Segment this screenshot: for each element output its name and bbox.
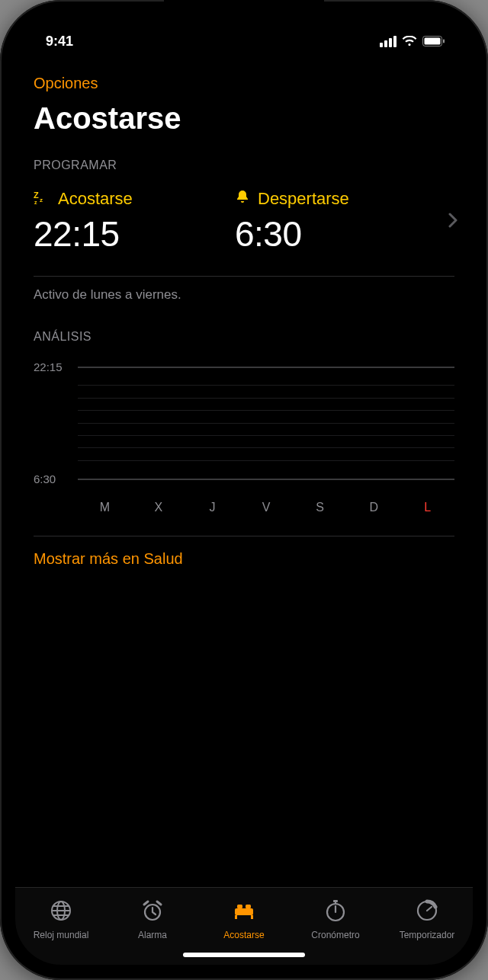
chart-bottom-line <box>78 479 454 480</box>
timer-icon <box>415 898 439 925</box>
bedtime-value: 22:15 <box>34 213 235 255</box>
svg-rect-13 <box>235 915 237 919</box>
chart-top-label: 22:15 <box>34 360 78 373</box>
schedule-note: Activo de lunes a viernes. <box>34 287 454 303</box>
tab-label: Alarma <box>138 930 167 940</box>
status-time: 9:41 <box>46 34 73 50</box>
notch <box>164 0 324 26</box>
tab-label: Temporizador <box>400 930 455 940</box>
svg-text:z: z <box>34 200 37 204</box>
bed-icon <box>232 898 256 925</box>
chart-bottom-row: 6:30 <box>34 472 454 485</box>
tab-timer[interactable]: Temporizador <box>381 888 473 951</box>
tab-stopwatch[interactable]: Cronómetro <box>290 888 381 951</box>
chart-bottom-label: 6:30 <box>34 472 78 485</box>
status-icons <box>380 36 445 47</box>
battery-icon <box>422 36 445 46</box>
bedtime-label-row: Zzz Acostarse <box>34 189 235 209</box>
alarm-clock-icon <box>140 898 165 925</box>
chart-gridlines <box>78 373 454 472</box>
page-title: Acostarse <box>34 101 454 136</box>
tab-world-clock[interactable]: Reloj mundial <box>15 888 107 951</box>
divider <box>34 536 454 536</box>
chart-day: X <box>132 501 186 514</box>
wake-value: 6:30 <box>235 213 436 255</box>
svg-rect-2 <box>443 40 445 43</box>
svg-text:z: z <box>40 197 43 203</box>
schedule-section-header: PROGRAMAR <box>34 159 454 172</box>
analysis-chart: 22:15 6:30 M X J V <box>34 360 454 514</box>
stopwatch-icon <box>323 898 348 925</box>
cellular-signal-icon <box>380 36 396 47</box>
home-indicator[interactable] <box>183 953 305 957</box>
wifi-icon <box>402 36 417 46</box>
chart-day: J <box>185 501 239 514</box>
tab-label: Cronómetro <box>311 930 359 940</box>
wake-label-row: Despertarse <box>235 189 436 209</box>
svg-rect-14 <box>251 915 253 919</box>
screen: 9:41 Opciones Acostarse PROGRAMAR <box>15 15 473 965</box>
device-frame: 9:41 Opciones Acostarse PROGRAMAR <box>0 0 488 980</box>
chart-day: D <box>347 501 401 514</box>
svg-rect-1 <box>425 38 441 45</box>
chevron-right-icon <box>448 213 458 231</box>
globe-icon <box>49 898 73 925</box>
chart-day-today: L <box>400 501 454 514</box>
wake-label: Despertarse <box>258 189 349 209</box>
tab-alarm[interactable]: Alarma <box>107 888 198 951</box>
content-area: Opciones Acostarse PROGRAMAR Zzz Acostar… <box>15 61 473 887</box>
chart-day: S <box>293 501 347 514</box>
schedule-row[interactable]: Zzz Acostarse 22:15 Despertarse 6:30 <box>34 189 454 255</box>
chart-top-line <box>78 367 454 368</box>
chart-grid-area <box>34 373 454 472</box>
chart-day: V <box>239 501 294 514</box>
svg-rect-12 <box>246 905 251 908</box>
bedtime-zzz-icon: Zzz <box>34 189 50 209</box>
svg-rect-16 <box>333 900 338 902</box>
analysis-section-header: ANÁLISIS <box>34 330 454 344</box>
chart-top-row: 22:15 <box>34 360 454 373</box>
svg-rect-11 <box>237 905 242 908</box>
options-link[interactable]: Opciones <box>34 75 98 92</box>
bedtime-column: Zzz Acostarse 22:15 <box>34 189 235 255</box>
tab-label: Reloj mundial <box>34 930 89 940</box>
svg-text:Z: Z <box>34 191 39 200</box>
chart-day-labels: M X J V S D L <box>34 501 454 514</box>
show-more-in-health-link[interactable]: Mostrar más en Salud <box>34 550 183 567</box>
bedtime-label: Acostarse <box>58 189 133 209</box>
tab-bedtime[interactable]: Acostarse <box>198 888 290 951</box>
svg-rect-10 <box>235 908 253 915</box>
status-bar: 9:41 <box>15 21 473 61</box>
bell-icon <box>235 189 250 209</box>
tab-label: Acostarse <box>223 930 264 940</box>
divider <box>34 276 454 277</box>
chart-day: M <box>78 501 132 514</box>
wake-column: Despertarse 6:30 <box>235 189 436 255</box>
